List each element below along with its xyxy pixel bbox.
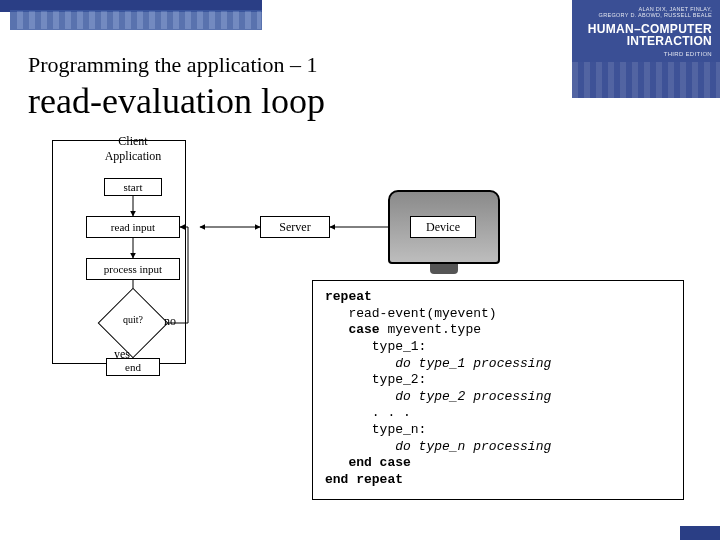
code-ellipsis: . . . xyxy=(325,405,411,420)
kw-repeat: repeat xyxy=(325,289,372,304)
header-white-gap xyxy=(262,0,574,44)
slide-subtitle: Programming the application – 1 xyxy=(28,52,318,78)
code-type1-do: do type_1 processing xyxy=(325,356,551,371)
flow-no-label: no xyxy=(164,314,176,329)
code-type1: type_1: xyxy=(325,339,426,354)
code-type2-do: do type_2 processing xyxy=(325,389,551,404)
pseudocode-box: repeat read-event(myevent) case myevent.… xyxy=(312,280,684,500)
flow-end-box: end xyxy=(106,358,160,376)
code-typen-do: do type_n processing xyxy=(325,439,551,454)
device-monitor-stand xyxy=(430,264,458,274)
flow-device-box: Device xyxy=(410,216,476,238)
book-cover-stripes xyxy=(572,62,720,98)
code-read-event: read-event(myevent) xyxy=(325,306,497,321)
code-case-expr: myevent.type xyxy=(380,322,481,337)
code-type2: type_2: xyxy=(325,372,426,387)
kw-endrepeat: end repeat xyxy=(325,472,403,487)
footer-accent xyxy=(680,526,720,540)
code-typen: type_n: xyxy=(325,422,426,437)
book-edition: THIRD EDITION xyxy=(580,51,712,58)
flow-start-box: start xyxy=(104,178,162,196)
flow-read-input-box: read input xyxy=(86,216,180,238)
slide-title: read-evaluation loop xyxy=(28,80,325,122)
book-title: HUMAN–COMPUTER INTERACTION xyxy=(580,23,712,47)
kw-endcase: end case xyxy=(325,455,411,470)
book-cover: ALAN DIX, JANET FINLAY, GREGORY D. ABOWD… xyxy=(572,0,720,98)
flow-server-box: Server xyxy=(260,216,330,238)
kw-case: case xyxy=(325,322,380,337)
flow-process-input-box: process input xyxy=(86,258,180,280)
flow-decision-text: quit? xyxy=(108,314,158,325)
header-binary-pattern xyxy=(10,10,262,30)
book-authors: ALAN DIX, JANET FINLAY, GREGORY D. ABOWD… xyxy=(580,6,712,19)
